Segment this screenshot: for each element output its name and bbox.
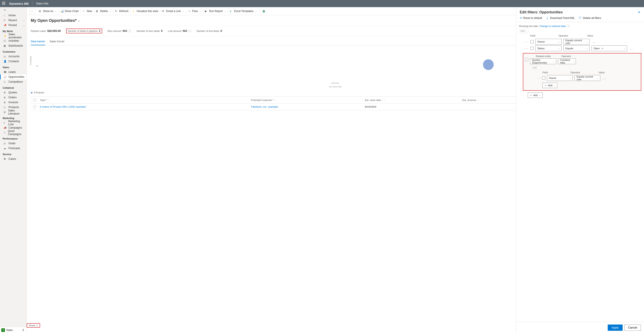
chevron-down-icon: ⌄ bbox=[23, 19, 25, 22]
sidebar-item[interactable]: 📈Opportunities bbox=[0, 75, 26, 79]
sidebar-item[interactable]: 🗂Accounts bbox=[0, 54, 26, 59]
nav-icon: ◎ bbox=[4, 142, 7, 145]
operator-select[interactable]: Equals current user⌄ bbox=[574, 75, 600, 81]
sidebar-item[interactable]: 🗎Quotes bbox=[0, 90, 26, 95]
sidebar-item[interactable]: 🗎Sales Literature bbox=[0, 110, 26, 115]
tab[interactable]: Deal tracker bbox=[31, 38, 45, 45]
email-link-icon: ✉ bbox=[162, 10, 165, 13]
excel-templates[interactable]: xExcel Templates⌄ bbox=[228, 8, 258, 14]
group-and-chip[interactable]: AND⌄ bbox=[519, 29, 529, 33]
app-launcher-icon[interactable] bbox=[2, 2, 6, 5]
chart-y-tick: 90 bbox=[36, 65, 38, 67]
nav-icon: ◻ bbox=[4, 106, 7, 109]
close-icon[interactable]: ✕ bbox=[638, 11, 640, 14]
operator-select[interactable]: Equals current user⌄ bbox=[564, 39, 590, 45]
tab[interactable]: Sales funnel bbox=[50, 38, 64, 45]
sidebar-item[interactable]: ☎Leads bbox=[0, 70, 26, 75]
cell-topic[interactable]: 6 orders of Product SKU JJ202 (sample) bbox=[38, 105, 250, 108]
back-button[interactable]: ← bbox=[30, 8, 35, 14]
condition-checkbox[interactable] bbox=[530, 47, 534, 50]
show-chart[interactable]: 📊Show Chart bbox=[59, 8, 80, 14]
row-more-icon[interactable]: … bbox=[602, 76, 607, 80]
sidebar-item[interactable]: ⚡Sales accelerator bbox=[0, 34, 26, 38]
download-fetchxml[interactable]: ⭳Download FetchXML bbox=[546, 17, 575, 20]
col-close-date[interactable]: Est. close date↑⌄ bbox=[364, 99, 461, 101]
visualize[interactable]: ⚠Visualize this view bbox=[131, 8, 160, 14]
sidebar-item[interactable]: ↻Recent⌄ bbox=[0, 18, 26, 23]
show-chart-icon: 📊 bbox=[60, 10, 64, 13]
sidebar-item[interactable]: ◎Goals bbox=[0, 141, 26, 146]
metric: Pipeline value $20,000.00 bbox=[31, 30, 61, 33]
add-condition-button[interactable]: ＋Add⌄ bbox=[528, 93, 543, 98]
info-icon[interactable]: i bbox=[128, 30, 131, 32]
row-more-icon[interactable]: … bbox=[592, 40, 596, 44]
delete-icon: 🗑 bbox=[96, 10, 99, 13]
metric: Number of lost deals 0 bbox=[197, 30, 222, 33]
refresh[interactable]: ↻Refresh bbox=[114, 8, 130, 14]
field-select[interactable]: Owner⌄ bbox=[547, 75, 573, 81]
sidebar-item[interactable]: ≡Marketing Lists bbox=[0, 120, 26, 125]
sidebar-section-header: Sales bbox=[0, 64, 26, 70]
nav-icon: 🗎 bbox=[4, 91, 7, 94]
filter-toolbar: ⟲Reset to default⭳Download FetchXML⛉Dele… bbox=[516, 17, 644, 22]
sidebar-item[interactable]: 📌Pinned⌄ bbox=[0, 23, 26, 28]
sidebar-item[interactable]: ⚔Competitors bbox=[0, 79, 26, 84]
sidebar-item[interactable]: 🛠Cases bbox=[0, 156, 26, 161]
info-icon[interactable]: i bbox=[188, 30, 191, 32]
chevron-down-icon: ⌄ bbox=[78, 19, 80, 22]
info-icon[interactable]: i bbox=[567, 25, 570, 28]
related-operator-select[interactable]: Contains data⌄ bbox=[558, 58, 576, 64]
legend-label: 3-Propose bbox=[34, 91, 44, 94]
apply-button[interactable]: Apply bbox=[608, 324, 622, 331]
sidebar-item[interactable]: ☑Activities bbox=[0, 38, 26, 43]
sidebar-item[interactable]: 🗎Invoices bbox=[0, 100, 26, 105]
flow[interactable]: ⇢Flow⌄ bbox=[186, 8, 202, 14]
condition-checkbox[interactable] bbox=[530, 40, 534, 43]
reset-default[interactable]: ⟲Reset to default bbox=[520, 17, 542, 20]
row-more-icon[interactable]: … bbox=[629, 47, 634, 50]
delete[interactable]: 🗑Delete⌄ bbox=[94, 8, 112, 14]
delete-all-filters-icon: ⛉ bbox=[579, 17, 582, 20]
condition-row: Status⌄ Equals⌄ Open✕⌄ … bbox=[525, 46, 641, 51]
remove-tag-icon[interactable]: ✕ bbox=[602, 47, 603, 50]
cancel-button[interactable]: Cancel bbox=[624, 324, 641, 331]
field-select[interactable]: Owner⌄ bbox=[535, 39, 562, 45]
nav-icon: 🗎 bbox=[4, 96, 7, 99]
add-inner-button[interactable]: ＋Add⌄ bbox=[542, 83, 558, 88]
sidebar-item[interactable]: ⌂Home bbox=[0, 13, 26, 18]
sidebar-item[interactable]: ↗Quick Campaigns bbox=[0, 130, 26, 135]
col-customer[interactable]: Potential Customer *⌄ bbox=[250, 99, 364, 101]
chart-bubble[interactable] bbox=[483, 59, 494, 70]
field-select[interactable]: Status⌄ bbox=[535, 46, 562, 51]
menu-toggle-icon[interactable]: ≡ bbox=[0, 7, 26, 13]
show-as[interactable]: ⊞Show As⌄ bbox=[38, 8, 58, 14]
retained-link[interactable]: Change to retained data bbox=[539, 25, 566, 28]
select-all-checkbox[interactable] bbox=[33, 99, 36, 102]
new[interactable]: ＋New bbox=[81, 8, 93, 14]
row-checkbox[interactable] bbox=[33, 105, 36, 108]
email-link[interactable]: ✉Email a Link⌄ bbox=[160, 8, 185, 14]
area-switcher[interactable]: S Sales ⇵ bbox=[0, 327, 26, 333]
sidebar-section-header: Performance bbox=[0, 135, 26, 141]
cell-customer[interactable]: Fabrikam, Inc. (sample) bbox=[250, 105, 364, 108]
export-excel[interactable]: ▦ bbox=[261, 8, 267, 14]
sidebar-item[interactable]: ▦Dashboards bbox=[0, 43, 26, 48]
sidebar-item[interactable]: 👤Contacts bbox=[0, 59, 26, 64]
condition-checkbox[interactable] bbox=[542, 77, 545, 80]
value-select[interactable]: Open✕⌄ bbox=[592, 46, 627, 51]
inner-and-chip[interactable]: AND⌄ bbox=[531, 66, 541, 70]
related-entity-select[interactable]: Quotes (Opportunity)⌄ bbox=[530, 58, 556, 64]
metric: Number of deals in pipeline 2 bbox=[66, 29, 102, 34]
sidebar-item[interactable]: 🗎Orders bbox=[0, 95, 26, 100]
nav-icon: 👤 bbox=[4, 60, 7, 63]
col-topic[interactable]: Topic *⌄ bbox=[38, 99, 250, 101]
delete-all-filters[interactable]: ⛉Delete all filters bbox=[579, 17, 601, 20]
group-checkbox[interactable] bbox=[525, 58, 528, 61]
sidebar-item[interactable]: ☁Forecasts bbox=[0, 146, 26, 151]
nav-icon: ↻ bbox=[4, 19, 7, 22]
nav-icon: 🗎 bbox=[4, 101, 7, 104]
run-report[interactable]: ▶Run Report⌄ bbox=[204, 8, 227, 14]
operator-select[interactable]: Equals⌄ bbox=[564, 46, 590, 51]
cell-date: 8/19/2024 bbox=[364, 105, 461, 108]
nav-icon: 🗎 bbox=[4, 111, 6, 113]
